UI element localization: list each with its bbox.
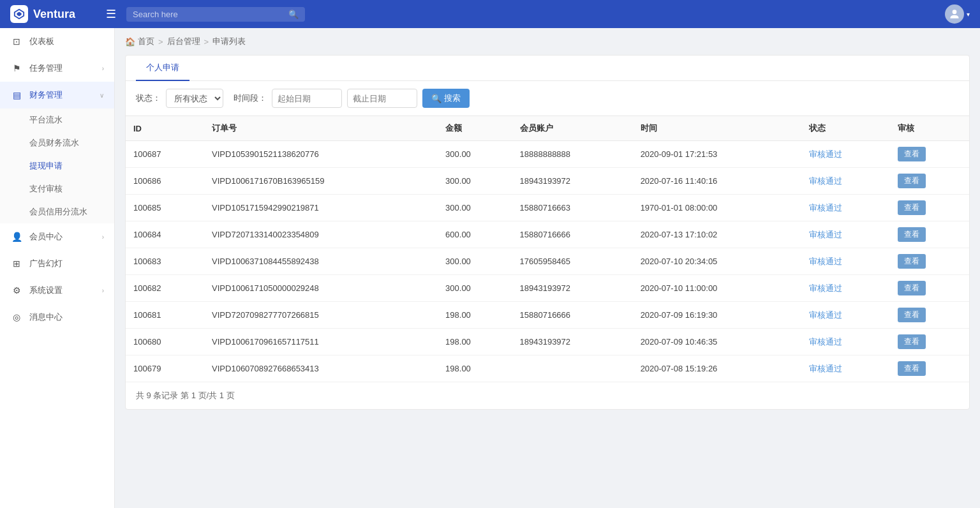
cell-action[interactable]: 查看 [890, 195, 969, 221]
cell-order: VIPD1006171670B163965159 [204, 168, 438, 195]
search-button[interactable]: 🔍 搜索 [422, 89, 470, 108]
cell-status[interactable]: 审核通过 [801, 221, 890, 248]
cell-amount: 300.00 [438, 141, 512, 168]
cell-amount: 600.00 [438, 221, 512, 248]
breadcrumb-home-label: 首页 [138, 36, 154, 47]
cell-member: 18943193972 [512, 168, 633, 195]
view-button[interactable]: 查看 [898, 281, 926, 295]
search-btn-label: 搜索 [444, 93, 461, 104]
cell-amount: 300.00 [438, 248, 512, 275]
cell-time: 2020-07-09 16:19:30 [633, 302, 801, 329]
cell-order: VIPD1051715942990219871 [204, 195, 438, 221]
breadcrumb: 🏠 首页 > 后台管理 > 申请列表 [125, 36, 970, 47]
cell-id: 100679 [126, 355, 204, 382]
cell-action[interactable]: 查看 [890, 248, 969, 275]
cell-action[interactable]: 查看 [890, 329, 969, 355]
cell-action[interactable]: 查看 [890, 168, 969, 195]
breadcrumb-level2[interactable]: 后台管理 [167, 36, 200, 47]
logo: Ventura [10, 5, 93, 23]
col-member: 会员账户 [512, 116, 633, 141]
finance-submenu: 平台流水 会员财务流水 提现申请 支付审核 会员信用分流水 [0, 108, 114, 223]
avatar[interactable] [945, 4, 964, 24]
tab-personal[interactable]: 个人申请 [136, 56, 189, 81]
pagination-summary: 共 9 条记录 第 1 页/共 1 页 [136, 391, 235, 400]
table-row: 100682 VIPD1006171050000029248 300.00 18… [126, 275, 969, 302]
view-button[interactable]: 查看 [898, 174, 926, 188]
table-row: 100687 VIPD1053901521138620776 300.00 18… [126, 141, 969, 168]
search-bar[interactable]: 🔍 [126, 7, 305, 22]
cell-status[interactable]: 审核通过 [801, 168, 890, 195]
sidebar-item-task-mgmt[interactable]: ⚑ 任务管理 › [0, 55, 114, 82]
cell-member: 15880716663 [512, 195, 633, 221]
cell-action[interactable]: 查看 [890, 355, 969, 382]
hamburger-icon[interactable]: ☰ [106, 7, 116, 21]
main-layout: ⊡ 仪表板 ⚑ 任务管理 › ▤ 财务管理 ∨ 平台流水 会员财务流水 提现申请… [0, 28, 980, 508]
cell-order: VIPD1006371084455892438 [204, 248, 438, 275]
search-input[interactable] [133, 10, 285, 19]
finance-icon: ▤ [10, 90, 23, 100]
view-button[interactable]: 查看 [898, 308, 926, 322]
sidebar-item-platform-flow[interactable]: 平台流水 [0, 108, 114, 131]
cell-time: 2020-07-13 17:10:02 [633, 221, 801, 248]
sidebar-item-member-credit[interactable]: 会员信用分流水 [0, 200, 114, 223]
sidebar-item-finance-mgmt[interactable]: ▤ 财务管理 ∨ [0, 82, 114, 108]
view-button[interactable]: 查看 [898, 147, 926, 161]
sidebar-label-ad: 广告幻灯 [29, 258, 104, 269]
cell-action[interactable]: 查看 [890, 275, 969, 302]
col-order: 订单号 [204, 116, 438, 141]
sidebar-item-dashboard[interactable]: ⊡ 仪表板 [0, 28, 114, 55]
svg-marker-1 [17, 11, 21, 16]
sidebar: ⊡ 仪表板 ⚑ 任务管理 › ▤ 财务管理 ∨ 平台流水 会员财务流水 提现申请… [0, 28, 115, 508]
cell-order: VIPD1060708927668653413 [204, 355, 438, 382]
sidebar-item-member-flow[interactable]: 会员财务流水 [0, 131, 114, 154]
sidebar-label-member: 会员中心 [29, 231, 102, 243]
cell-id: 100680 [126, 329, 204, 355]
view-button[interactable]: 查看 [898, 361, 926, 376]
cell-action[interactable]: 查看 [890, 221, 969, 248]
sidebar-item-ad-carousel[interactable]: ⊞ 广告幻灯 [0, 250, 114, 277]
logo-text: Ventura [33, 8, 75, 21]
cell-status[interactable]: 审核通过 [801, 355, 890, 382]
status-select[interactable]: 所有状态 [166, 89, 223, 108]
cell-order: VIPD1006170961657117511 [204, 329, 438, 355]
table-row: 100683 VIPD1006371084455892438 300.00 17… [126, 248, 969, 275]
cell-amount: 198.00 [438, 329, 512, 355]
time-label: 时间段： [234, 93, 267, 104]
member-arrow-icon: › [102, 234, 104, 241]
end-date-input[interactable] [347, 89, 417, 108]
cell-status[interactable]: 审核通过 [801, 302, 890, 329]
table-row: 100685 VIPD1051715942990219871 300.00 15… [126, 195, 969, 221]
view-button[interactable]: 查看 [898, 254, 926, 269]
task-arrow-icon: › [102, 65, 104, 72]
dashboard-icon: ⊡ [10, 36, 23, 47]
view-button[interactable]: 查看 [898, 200, 926, 215]
breadcrumb-level2-label: 后台管理 [167, 36, 200, 47]
cell-id: 100684 [126, 221, 204, 248]
sidebar-item-withdraw[interactable]: 提现申请 [0, 154, 114, 177]
view-button[interactable]: 查看 [898, 227, 926, 242]
user-chevron[interactable]: ▾ [967, 11, 970, 18]
cell-action[interactable]: 查看 [890, 302, 969, 329]
cell-action[interactable]: 查看 [890, 141, 969, 168]
pagination-row: 共 9 条记录 第 1 页/共 1 页 [126, 382, 969, 409]
cell-order: VIPD7207098277707266815 [204, 302, 438, 329]
sidebar-label-message: 消息中心 [29, 311, 104, 323]
cell-time: 2020-09-01 17:21:53 [633, 141, 801, 168]
message-icon: ◎ [10, 312, 23, 322]
sidebar-item-system-settings[interactable]: ⚙ 系统设置 › [0, 277, 114, 304]
sidebar-item-member-center[interactable]: 👤 会员中心 › [0, 223, 114, 250]
breadcrumb-sep2: > [204, 37, 209, 47]
start-date-input[interactable] [272, 89, 342, 108]
cell-status[interactable]: 审核通过 [801, 195, 890, 221]
cell-status[interactable]: 审核通过 [801, 248, 890, 275]
cell-status[interactable]: 审核通过 [801, 275, 890, 302]
view-button[interactable]: 查看 [898, 334, 926, 349]
navbar: Ventura ☰ 🔍 ▾ [0, 0, 980, 28]
sidebar-item-message-center[interactable]: ◎ 消息中心 [0, 304, 114, 331]
cell-amount: 300.00 [438, 275, 512, 302]
cell-status[interactable]: 审核通过 [801, 329, 890, 355]
cell-status[interactable]: 审核通过 [801, 141, 890, 168]
breadcrumb-home[interactable]: 🏠 首页 [125, 36, 154, 47]
sidebar-item-payment-audit[interactable]: 支付审核 [0, 177, 114, 200]
table-row: 100681 VIPD7207098277707266815 198.00 15… [126, 302, 969, 329]
